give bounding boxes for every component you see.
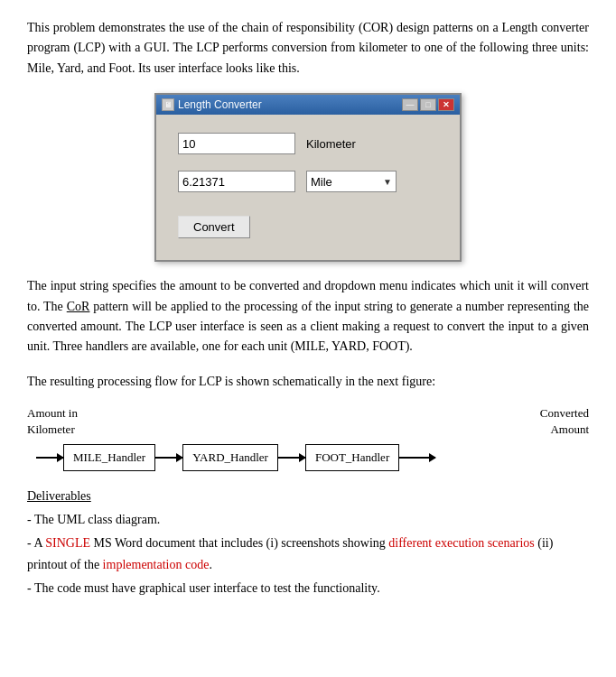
output-row: Mile ▼ xyxy=(178,171,438,192)
convert-button[interactable]: Convert xyxy=(178,216,250,238)
mile-handler-label: MILE_Handler xyxy=(73,450,145,464)
intro-paragraph: This problem demonstrates the use of the… xyxy=(27,18,589,79)
arrow-line-1 xyxy=(155,457,182,459)
foot-handler-box: FOOT_Handler xyxy=(305,444,399,471)
description-paragraph-2: The resulting processing flow for LCP is… xyxy=(27,372,589,392)
length-converter-window: 🖥 Length Converter — □ ✕ Kilometer Mile … xyxy=(154,93,462,262)
unit-dropdown[interactable]: Mile ▼ xyxy=(306,171,397,192)
yard-handler-box: YARD_Handler xyxy=(182,444,278,471)
flow-label-right-1: Converted xyxy=(540,406,589,421)
flow-label-right-2: Amount xyxy=(550,422,589,437)
kilometer-label: Kilometer xyxy=(306,137,356,151)
flow-labels-bottom: Kilometer Amount xyxy=(27,422,589,437)
arrow-line-start xyxy=(36,457,63,459)
maximize-button[interactable]: □ xyxy=(420,98,436,111)
cor-underline: CoR xyxy=(67,300,90,313)
deliverable-different-text: different execution scenarios xyxy=(388,536,534,550)
foot-handler-label: FOOT_Handler xyxy=(315,450,389,464)
close-button[interactable]: ✕ xyxy=(438,98,454,111)
flow-diagram-section: Amount in Converted Kilometer Amount MIL… xyxy=(27,406,589,471)
window-container: 🖥 Length Converter — □ ✕ Kilometer Mile … xyxy=(27,93,589,262)
window-title: Length Converter xyxy=(178,98,262,111)
deliverables-title: Deliverables xyxy=(27,489,589,504)
kilometer-input[interactable] xyxy=(178,133,295,154)
deliverable-single-text: SINGLE xyxy=(45,536,90,550)
unit-dropdown-value: Mile xyxy=(311,175,332,189)
minimize-button[interactable]: — xyxy=(402,98,418,111)
deliverables-list: - The UML class diagram. - A SINGLE MS W… xyxy=(27,509,589,598)
output-input[interactable] xyxy=(178,171,295,192)
flow-label-left-2: Kilometer xyxy=(27,422,75,437)
titlebar-controls[interactable]: — □ ✕ xyxy=(402,98,454,111)
deliverable-item-1: - The UML class diagram. xyxy=(27,509,589,531)
window-body: Kilometer Mile ▼ Convert xyxy=(156,115,460,260)
deliverables-section: Deliverables - The UML class diagram. - … xyxy=(27,489,589,598)
deliverable-implementation-text: implementation code xyxy=(103,558,210,571)
deliverable-item-2: - A SINGLE MS Word document that include… xyxy=(27,533,589,576)
flow-start-arrow xyxy=(36,457,63,459)
flow-diagram: MILE_Handler YARD_Handler FOOT_Handler xyxy=(27,444,589,471)
input-row: Kilometer xyxy=(178,133,438,154)
window-icon: 🖥 xyxy=(162,98,174,111)
arrow-line-end xyxy=(399,457,435,459)
titlebar-left: 🖥 Length Converter xyxy=(162,98,262,111)
flow-end-arrow xyxy=(399,457,435,459)
window-titlebar: 🖥 Length Converter — □ ✕ xyxy=(156,95,460,115)
mile-handler-box: MILE_Handler xyxy=(63,444,155,471)
flow-label-left-1: Amount in xyxy=(27,406,78,421)
flow-arrow-2 xyxy=(278,457,305,459)
yard-handler-label: YARD_Handler xyxy=(192,450,268,464)
flow-labels-top: Amount in Converted xyxy=(27,406,589,421)
arrow-line-2 xyxy=(278,457,305,459)
deliverable-item-3: - The code must have graphical user inte… xyxy=(27,578,589,599)
flow-arrow-1 xyxy=(155,457,182,459)
description-paragraph-1: The input string specifies the amount to… xyxy=(27,276,589,357)
dropdown-arrow-icon: ▼ xyxy=(383,177,392,187)
